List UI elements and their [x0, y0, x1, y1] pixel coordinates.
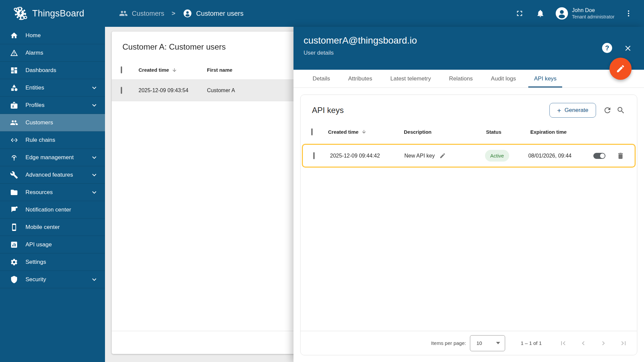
cell-description: New API key [404, 153, 435, 159]
sidebar-item-profiles[interactable]: Profiles [0, 97, 105, 114]
sidebar-item-security[interactable]: Security [0, 271, 105, 288]
chevron-down-icon [90, 84, 98, 92]
app-title: ThingsBoard [32, 8, 84, 19]
customer-users-title: Customer A: Customer users [112, 32, 300, 52]
cell-first-name: Customer A [207, 87, 235, 94]
search-icon[interactable] [614, 104, 628, 117]
edit-fab-button[interactable] [609, 58, 632, 80]
people-icon [10, 119, 18, 127]
cell-created-time: 2025-12-09 09:43:54 [139, 87, 189, 94]
customer-users-card: Customer A: Customer users Created time … [112, 32, 300, 354]
customer-user-row[interactable]: 2025-12-09 09:43:54 Customer A [112, 80, 300, 101]
user-avatar[interactable] [555, 7, 569, 20]
column-header-status[interactable]: Status [486, 129, 530, 135]
notifications-bell-icon[interactable] [534, 7, 547, 20]
api-keys-title: API keys [312, 106, 549, 115]
column-header-description[interactable]: Description [404, 129, 486, 135]
sidebar-item-resources[interactable]: Resources [0, 184, 105, 201]
generate-button[interactable]: + Generate [549, 103, 596, 118]
sidebar-item-dashboards[interactable]: Dashboards [0, 62, 105, 79]
breadcrumb-separator: > [172, 10, 175, 17]
fullscreen-icon[interactable] [513, 7, 526, 20]
sidebar-item-edge-management[interactable]: Edge management [0, 149, 105, 166]
sidebar-item-alarms[interactable]: Alarms [0, 44, 105, 62]
badge-icon [10, 101, 18, 109]
items-per-page-label: Items per page: [431, 340, 466, 346]
select-all-checkbox[interactable] [121, 66, 122, 73]
sidebar-item-notification-center[interactable]: Notification center [0, 201, 105, 219]
notification-center-icon [10, 206, 18, 214]
sidebar-item-settings[interactable]: Settings [0, 253, 105, 271]
folder-icon [10, 188, 18, 196]
antenna-icon [10, 154, 18, 162]
refresh-icon[interactable] [601, 104, 614, 117]
shield-icon [10, 276, 18, 284]
column-header-created-time[interactable]: Created time [139, 67, 207, 73]
sidebar-item-home[interactable]: Home [0, 27, 105, 44]
sort-descending-icon [361, 129, 367, 134]
column-header-first-name[interactable]: First name [207, 67, 232, 73]
tab-details[interactable]: Details [304, 70, 339, 87]
drawer-title: customerA@thingsboard.io [304, 35, 634, 46]
warning-icon [10, 49, 18, 57]
more-options-kebab-icon[interactable] [622, 7, 635, 20]
customer-users-table-header: Created time First name [112, 60, 300, 80]
breadcrumb-customers[interactable]: Customers [119, 9, 164, 18]
people-icon [119, 9, 128, 18]
tab-attributes[interactable]: Attributes [339, 70, 381, 87]
phone-icon [10, 223, 18, 231]
sidebar-nav: Home Alarms Dashboards Entities Profiles… [0, 27, 105, 362]
dropdown-caret-icon [496, 342, 500, 344]
drawer-tabs: Details Attributes Latest telemetry Rela… [293, 70, 644, 88]
next-page-icon[interactable] [599, 339, 607, 347]
chevron-down-icon [90, 188, 98, 196]
chevron-down-icon [90, 171, 98, 179]
dashboard-icon [10, 66, 18, 74]
tab-audit-logs[interactable]: Audit logs [482, 70, 525, 87]
chevron-down-icon [90, 154, 98, 162]
tab-relations[interactable]: Relations [440, 70, 482, 87]
previous-page-icon[interactable] [579, 339, 587, 347]
chevron-down-icon [90, 101, 98, 109]
thingsboard-logo[interactable]: ThingsBoard [13, 6, 84, 21]
cell-created-time: 2025-12-09 09:44:42 [330, 153, 380, 159]
user-role: Tenant administrator [572, 14, 614, 20]
first-page-icon[interactable] [559, 339, 567, 347]
sidebar-item-api-usage[interactable]: API usage [0, 236, 105, 253]
column-header-expiration-time[interactable]: Expiration time [530, 129, 597, 135]
breadcrumb: Customers > Customer users [119, 9, 244, 18]
sidebar-item-entities[interactable]: Entities [0, 79, 105, 97]
drawer-subtitle: User details [304, 50, 634, 56]
table-footer-divider [112, 331, 300, 331]
user-info: John Doe Tenant administrator [572, 7, 614, 20]
pagination-range: 1 – 1 of 1 [521, 340, 542, 346]
tab-api-keys[interactable]: API keys [525, 70, 566, 87]
tab-latest-telemetry[interactable]: Latest telemetry [381, 70, 440, 87]
enabled-toggle[interactable] [593, 153, 605, 159]
entities-icon [10, 84, 18, 92]
row-checkbox[interactable] [313, 152, 315, 159]
column-header-created-time[interactable]: Created time [328, 129, 404, 135]
pagination-bar: Items per page: 10 1 – 1 of 1 [301, 331, 637, 355]
person-circle-icon [183, 9, 192, 18]
close-icon[interactable] [624, 44, 632, 53]
select-all-checkbox[interactable] [311, 128, 313, 135]
last-page-icon[interactable] [620, 339, 628, 347]
rule-chains-icon [10, 136, 18, 144]
sidebar-item-rule-chains[interactable]: Rule chains [0, 131, 105, 149]
api-key-row[interactable]: 2025-12-09 09:44:42 New API key Active 0… [302, 144, 636, 168]
row-checkbox[interactable] [121, 87, 122, 94]
page-size-select[interactable]: 10 [470, 335, 505, 351]
sidebar-item-mobile-center[interactable]: Mobile center [0, 219, 105, 236]
top-app-bar: ThingsBoard Customers > Customer users J… [0, 0, 644, 27]
sidebar-item-advanced-features[interactable]: Advanced features [0, 166, 105, 184]
chevron-down-icon [90, 276, 98, 284]
help-icon[interactable]: ? [602, 43, 612, 53]
user-name: John Doe [572, 7, 614, 14]
api-keys-table-header: Created time Description Status Expirati… [301, 122, 637, 141]
breadcrumb-customer-users[interactable]: Customer users [183, 9, 244, 18]
user-details-drawer: customerA@thingsboard.io User details ? … [293, 27, 644, 362]
sidebar-item-customers[interactable]: Customers [0, 114, 105, 131]
edit-description-icon[interactable] [439, 153, 446, 159]
delete-icon[interactable] [616, 152, 625, 160]
